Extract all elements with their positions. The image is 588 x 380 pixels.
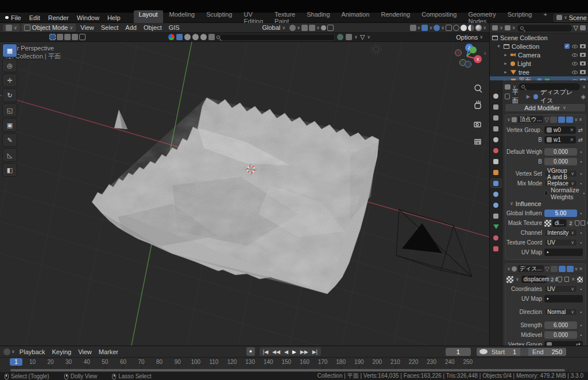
properties-tab-output[interactable]: [491, 114, 501, 122]
mask-icon[interactable]: ▽: [544, 117, 549, 123]
display-mode-icon[interactable]: [505, 25, 510, 30]
options-dropdown[interactable]: Options∨: [453, 33, 486, 41]
tool-rotate[interactable]: ↻: [2, 88, 17, 102]
pivot-point-icon[interactable]: [289, 25, 296, 31]
animate-dot-icon[interactable]: •: [579, 240, 583, 245]
select-intersect-icon[interactable]: [79, 34, 86, 40]
timeline-menu-keying[interactable]: Keying: [49, 348, 75, 356]
animate-dot-icon[interactable]: •: [579, 159, 583, 164]
render-toggle-icon[interactable]: [566, 117, 573, 123]
editor-timeline-icon[interactable]: [3, 348, 10, 355]
vertex-group-field[interactable]: ⇄: [544, 341, 583, 346]
tool-transform[interactable]: ▣: [2, 118, 17, 132]
xray-toggle-icon[interactable]: [446, 25, 452, 31]
prev-keyframe-button[interactable]: ◀◀: [270, 349, 282, 355]
viewport-menu-view[interactable]: View: [77, 24, 98, 32]
properties-tab-render[interactable]: [491, 103, 501, 111]
check-icon[interactable]: [337, 34, 343, 40]
animate-dot-icon[interactable]: •: [579, 286, 583, 292]
edit-mode-toggle-icon[interactable]: [551, 266, 558, 272]
export-icon[interactable]: [208, 34, 215, 40]
jump-to-start-button[interactable]: |◀: [261, 349, 270, 355]
animate-dot-icon[interactable]: •: [579, 309, 583, 315]
properties-tab-physics[interactable]: [491, 201, 501, 209]
global-influence-slider[interactable]: 5.00: [544, 210, 577, 217]
normalize-weights-checkbox[interactable]: Normalize Weights: [544, 187, 581, 200]
realtime-toggle-icon[interactable]: [558, 117, 565, 123]
light-object[interactable]: [371, 44, 381, 55]
properties-tab-collection[interactable]: [491, 157, 501, 165]
mask-icon[interactable]: ▽: [545, 266, 550, 272]
collapse-icon[interactable]: ∨: [507, 117, 510, 122]
gizmo-y-axis[interactable]: [470, 46, 477, 53]
outliner-row-camera[interactable]: ► Camera: [490, 51, 588, 59]
expand-icon[interactable]: ►: [504, 61, 508, 65]
gizmo-neg-z-axis[interactable]: [465, 61, 471, 68]
camera-object[interactable]: [396, 210, 472, 277]
properties-tab-constraints[interactable]: [491, 212, 501, 220]
tool-move[interactable]: ✛: [2, 73, 17, 87]
fake-user-shield-icon[interactable]: [575, 220, 579, 226]
viewport-3d[interactable]: Z X User Perspective (1) Collection | 平面…: [0, 42, 489, 346]
menu-edit[interactable]: Edit: [25, 14, 44, 22]
editor-properties-icon[interactable]: [505, 84, 510, 90]
texture-preview-icon[interactable]: [506, 276, 513, 283]
fake-user-shield-icon[interactable]: [558, 277, 562, 282]
texture-name-field[interactable]: displacement: [521, 276, 547, 283]
timeline-menu-marker[interactable]: Marker: [95, 348, 122, 356]
tool-add-cube[interactable]: ◧: [2, 163, 17, 177]
scene-name[interactable]: Scene: [569, 14, 588, 21]
jump-to-end-button[interactable]: ▶|: [311, 349, 319, 355]
properties-tab-object-data[interactable]: [491, 223, 501, 231]
render-toggle-icon[interactable]: [567, 266, 574, 272]
tool-annotate[interactable]: ✎: [2, 133, 17, 147]
hide-eye-icon[interactable]: [572, 71, 578, 74]
new-collection-icon[interactable]: [580, 25, 586, 30]
menu-render[interactable]: Render: [44, 14, 73, 22]
gizmo-neg-x-axis[interactable]: [455, 50, 462, 56]
modifier-name-field[interactable]: ディス...: [518, 265, 544, 272]
menu-window[interactable]: Window: [73, 14, 103, 22]
shading-material-icon[interactable]: [468, 25, 474, 31]
default-weight-b-field[interactable]: 0.000: [544, 158, 577, 165]
falloff-curve-icon[interactable]: [327, 25, 334, 31]
overlays-toggle-icon[interactable]: [434, 25, 440, 31]
tool-measure[interactable]: ◺: [2, 148, 17, 162]
animate-dot-icon[interactable]: •: [579, 211, 583, 216]
unlink-icon[interactable]: ×: [571, 276, 575, 282]
viewport-menu-object[interactable]: Object: [140, 24, 165, 32]
properties-tab-modifiers[interactable]: [491, 179, 501, 187]
terrain-mesh-object[interactable]: [92, 98, 379, 294]
shading-wireframe-icon[interactable]: [453, 25, 459, 31]
select-subtract-icon[interactable]: [64, 34, 71, 40]
animate-dot-icon[interactable]: •: [579, 171, 583, 176]
vertex-group-b-field[interactable]: w1×: [544, 136, 576, 144]
animate-dot-icon[interactable]: •: [583, 191, 585, 196]
extras-dropdown-icon[interactable]: ∨: [575, 266, 578, 272]
animate-dot-icon[interactable]: •: [579, 181, 583, 186]
sidebar-toggle-arrow[interactable]: ‹: [484, 50, 486, 56]
menu-help[interactable]: Help: [103, 14, 125, 22]
users-count-badge[interactable]: 2: [567, 220, 574, 227]
proportional-edit-icon[interactable]: [321, 25, 326, 30]
animate-dot-icon[interactable]: •: [579, 332, 583, 338]
outliner-row-light[interactable]: ► Light: [490, 59, 588, 68]
disable-render-icon[interactable]: [580, 70, 586, 74]
search-icon[interactable]: [216, 36, 220, 39]
pan-hand-icon[interactable]: [475, 100, 481, 108]
vertex-group-a-field[interactable]: w0×: [544, 126, 576, 134]
transform-orientation-dropdown[interactable]: Global∨: [259, 24, 288, 32]
modifier-name-field[interactable]: 頂点ウ...: [518, 116, 544, 123]
shading-solid-icon[interactable]: [461, 25, 467, 31]
users-count-badge[interactable]: 2: [549, 276, 555, 283]
breadcrumb-object[interactable]: 平面: [512, 88, 523, 105]
invert-icon[interactable]: ⇄: [578, 127, 583, 133]
influence-section-header[interactable]: ∨ Influence: [510, 199, 585, 208]
hide-eye-icon[interactable]: [572, 45, 578, 48]
properties-tab-object[interactable]: [491, 168, 501, 176]
channel-dropdown[interactable]: Intensity∨: [544, 229, 577, 236]
copy-icon[interactable]: [564, 277, 569, 282]
default-weight-a-field[interactable]: 0.000: [544, 148, 577, 156]
properties-tab-texture[interactable]: [491, 245, 501, 253]
delete-modifier-icon[interactable]: ×: [579, 266, 582, 272]
